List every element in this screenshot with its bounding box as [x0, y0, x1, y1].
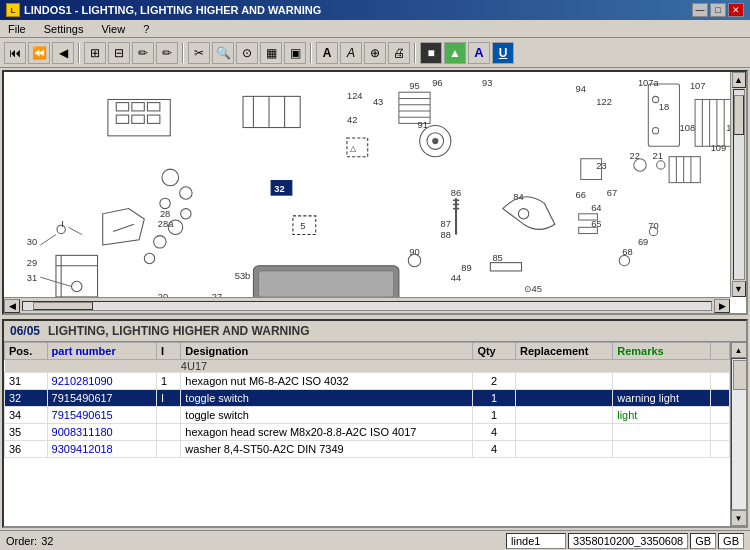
svg-text:88: 88 [440, 230, 450, 240]
table-row[interactable]: 35 9008311180 hexagon head screw M8x20-8… [5, 424, 730, 441]
cell-designation: hexagon head screw M8x20-8.8-A2C ISO 401… [181, 424, 473, 441]
cell-qty: 4 [473, 424, 516, 441]
diagram-area[interactable]: 95 96 93 107a 107 124 43 94 122 18 108 1… [2, 70, 748, 315]
svg-text:29: 29 [27, 258, 37, 268]
toolbar-prev-prev[interactable]: ⏪ [28, 42, 50, 64]
toolbar-print[interactable]: 🖨 [388, 42, 410, 64]
toolbar-green[interactable]: ▲ [444, 42, 466, 64]
svg-text:86: 86 [451, 188, 461, 198]
vscroll-down[interactable]: ▼ [732, 281, 746, 297]
parts-table-wrap[interactable]: Pos. part number I Designation Qty Repla… [4, 342, 730, 526]
toolbar-sep3 [310, 43, 312, 63]
parts-table: Pos. part number I Designation Qty Repla… [4, 342, 730, 458]
cell-extra [710, 424, 730, 441]
svg-text:85: 85 [492, 253, 502, 263]
cell-indicator: 1 [157, 373, 181, 390]
toolbar-nav2[interactable]: ⊟ [108, 42, 130, 64]
table-row[interactable]: 36 9309412018 washer 8,4-ST50-A2C DIN 73… [5, 441, 730, 458]
cell-replacement [515, 407, 612, 424]
svg-text:108: 108 [679, 123, 695, 133]
cell-replacement [515, 373, 612, 390]
svg-text:18: 18 [659, 102, 669, 112]
cell-extra [710, 390, 730, 407]
table-row[interactable]: 31 9210281090 1 hexagon nut M6-8-A2C ISO… [5, 373, 730, 390]
subheader-designation: 4U17 [181, 360, 473, 373]
svg-text:124: 124 [347, 91, 363, 101]
toolbar-text-a2[interactable]: A [340, 42, 362, 64]
toolbar-edit1[interactable]: ✏ [132, 42, 154, 64]
vscroll-thumb[interactable] [734, 95, 744, 135]
table-header-row: Pos. part number I Designation Qty Repla… [5, 343, 730, 360]
hscroll-thumb[interactable] [33, 302, 93, 310]
toolbar-font-a[interactable]: A [468, 42, 490, 64]
title-bar-controls[interactable]: — □ ✕ [692, 3, 744, 17]
toolbar-edit2[interactable]: ✏ [156, 42, 178, 64]
menu-view[interactable]: View [97, 22, 129, 36]
vscroll-up[interactable]: ▲ [732, 72, 746, 88]
svg-text:28: 28 [160, 209, 170, 219]
table-subheader-row: 4U17 [5, 360, 730, 373]
svg-text:⊙45: ⊙45 [524, 284, 542, 294]
col-partnum: part number [47, 343, 156, 360]
cell-pos: 32 [5, 390, 48, 407]
menu-settings[interactable]: Settings [40, 22, 88, 36]
toolbar-prev[interactable]: ◀ [52, 42, 74, 64]
table-row[interactable]: 34 7915490615 toggle switch 1 light [5, 407, 730, 424]
close-button[interactable]: ✕ [728, 3, 744, 17]
diagram-hscroll[interactable]: ◀ ▶ [4, 297, 730, 313]
toolbar-grid2[interactable]: ▣ [284, 42, 306, 64]
cell-partnum[interactable]: 9008311180 [47, 424, 156, 441]
menu-help[interactable]: ? [139, 22, 153, 36]
status-lang1: GB [690, 533, 716, 549]
cell-remarks [613, 373, 710, 390]
status-bar: Order: 32 linde1 3358010200_3350608 GB G… [0, 530, 750, 550]
svg-text:89: 89 [461, 263, 471, 273]
cell-extra [710, 441, 730, 458]
table-row[interactable]: 32 7915490617 I toggle switch 1 warning … [5, 390, 730, 407]
toolbar: ⏮ ⏪ ◀ ⊞ ⊟ ✏ ✏ ✂ 🔍 ⊙ ▦ ▣ A A ⊕ 🖨 ■ ▲ A U [0, 38, 750, 68]
toolbar-nav1[interactable]: ⊞ [84, 42, 106, 64]
toolbar-add[interactable]: ⊕ [364, 42, 386, 64]
cell-partnum[interactable]: 7915490617 [47, 390, 156, 407]
minimize-button[interactable]: — [692, 3, 708, 17]
cell-pos: 34 [5, 407, 48, 424]
table-vscroll-up[interactable]: ▲ [731, 342, 747, 358]
status-order-label: Order: [6, 535, 37, 547]
hscroll-left[interactable]: ◀ [4, 299, 20, 313]
menu-file[interactable]: File [4, 22, 30, 36]
toolbar-zoom[interactable]: ⊙ [236, 42, 258, 64]
table-vscroll[interactable]: ▲ ▼ [730, 342, 746, 526]
cell-partnum[interactable]: 9210281090 [47, 373, 156, 390]
cell-remarks: light [613, 407, 710, 424]
toolbar-scissors[interactable]: ✂ [188, 42, 210, 64]
diagram-vscroll[interactable]: ▲ ▼ [730, 72, 746, 297]
table-vscroll-down[interactable]: ▼ [731, 510, 747, 526]
svg-text:43: 43 [373, 97, 383, 107]
cell-designation: washer 8,4-ST50-A2C DIN 7349 [181, 441, 473, 458]
hscroll-track [22, 301, 712, 311]
status-db1: linde1 [506, 533, 566, 549]
toolbar-zoom-in[interactable]: 🔍 [212, 42, 234, 64]
table-vscroll-thumb[interactable] [733, 360, 747, 390]
vscroll-track [733, 89, 745, 280]
window-title: LINDOS1 - LIGHTING, LIGHTING HIGHER AND … [24, 4, 321, 16]
cell-qty: 2 [473, 373, 516, 390]
cell-replacement [515, 390, 612, 407]
toolbar-grid1[interactable]: ▦ [260, 42, 282, 64]
col-indicator: I [157, 343, 181, 360]
main-content: 95 96 93 107a 107 124 43 94 122 18 108 1… [0, 68, 750, 530]
svg-text:30: 30 [27, 237, 37, 247]
toolbar-black-square[interactable]: ■ [420, 42, 442, 64]
svg-text:64: 64 [591, 203, 601, 213]
hscroll-right[interactable]: ▶ [714, 299, 730, 313]
title-bar: L LINDOS1 - LIGHTING, LIGHTING HIGHER AN… [0, 0, 750, 20]
toolbar-text-a1[interactable]: A [316, 42, 338, 64]
cell-partnum[interactable]: 9309412018 [47, 441, 156, 458]
col-qty: Qty [473, 343, 516, 360]
toolbar-first[interactable]: ⏮ [4, 42, 26, 64]
maximize-button[interactable]: □ [710, 3, 726, 17]
toolbar-sep2 [182, 43, 184, 63]
col-extra [710, 343, 730, 360]
cell-partnum[interactable]: 7915490615 [47, 407, 156, 424]
toolbar-underline[interactable]: U [492, 42, 514, 64]
